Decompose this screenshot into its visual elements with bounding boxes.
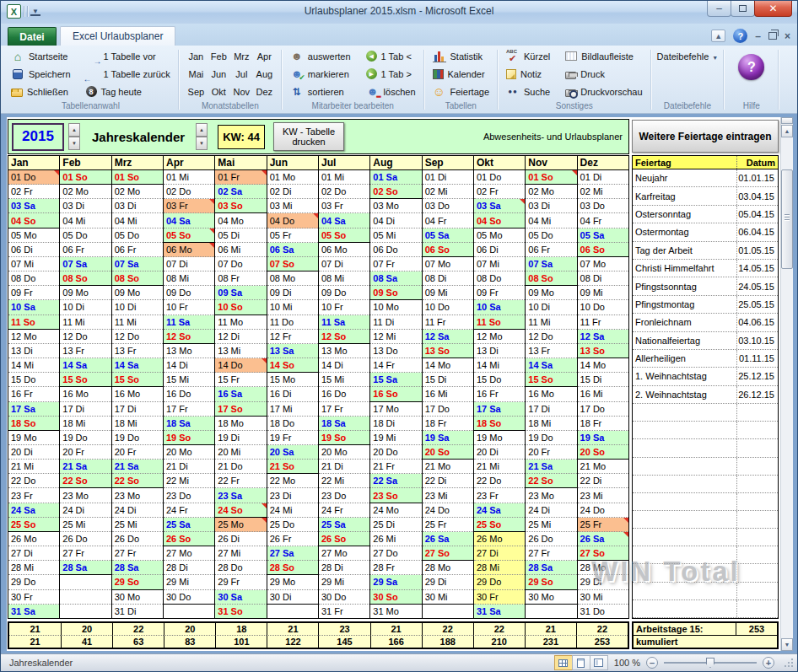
kw-spinner[interactable]: ▲▼ — [196, 123, 208, 150]
day-cell[interactable]: 13 So — [423, 344, 473, 358]
day-cell[interactable]: 20 Di — [8, 445, 59, 460]
day-cell[interactable]: 29 Di — [578, 575, 628, 589]
day-cell[interactable] — [267, 605, 318, 618]
ribbon-button-l-schen[interactable]: löschen — [364, 83, 418, 99]
day-cell[interactable]: 15 Fr — [215, 373, 266, 387]
day-cell[interactable]: 10 Di — [60, 300, 111, 314]
day-cell[interactable]: 11 Mi — [526, 315, 576, 330]
ribbon-button-statistik[interactable]: Statistik — [430, 48, 492, 64]
workdays-month-cell[interactable]: 21 — [9, 623, 61, 636]
day-cell[interactable]: 18 Mi — [112, 417, 163, 431]
day-cell[interactable]: 18 Mo — [215, 417, 266, 431]
day-cell[interactable]: 25 Do — [267, 518, 318, 532]
day-cell[interactable]: 07 Mi — [8, 257, 59, 271]
day-cell[interactable]: 22 Sa — [370, 474, 421, 488]
holiday-empty-row[interactable] — [633, 546, 778, 564]
day-cell[interactable]: 11 Fr — [578, 315, 628, 330]
day-cell[interactable]: 19 Sa — [423, 431, 473, 445]
ribbon-button-1-tabelle-zur-ck[interactable]: 1 Tabelle zurück — [84, 66, 173, 82]
day-cell[interactable]: 03 Do — [578, 199, 628, 213]
day-cell[interactable]: 24 Sa — [474, 503, 525, 518]
day-cell[interactable]: 10 Mi — [267, 300, 318, 314]
holiday-empty-row[interactable] — [633, 458, 778, 476]
day-cell[interactable]: 26 Mi — [370, 532, 421, 546]
day-cell[interactable]: 14 So — [267, 358, 318, 373]
day-cell[interactable]: 23 Do — [319, 488, 369, 503]
day-cell[interactable]: 25 Sa — [164, 518, 214, 532]
day-cell[interactable]: 01 Do — [8, 170, 59, 185]
month-header-cell[interactable]: Jun — [267, 156, 318, 170]
day-cell[interactable]: 27 Mo — [319, 546, 369, 561]
day-cell[interactable]: 28 Mo — [423, 561, 473, 575]
day-cell[interactable]: 28 Sa — [112, 561, 163, 575]
zoom-level[interactable]: 100 % — [614, 658, 640, 668]
help-icon[interactable]: ? — [733, 29, 747, 43]
day-cell[interactable]: 13 Fr — [112, 344, 163, 358]
spin-up-icon[interactable]: ▲ — [196, 123, 208, 137]
holiday-date-cell[interactable]: 26.12.15 — [736, 386, 778, 403]
day-cell[interactable]: 16 Do — [164, 387, 214, 401]
day-cell[interactable]: 07 Sa — [112, 257, 163, 271]
holiday-empty-row[interactable] — [633, 529, 778, 546]
day-cell[interactable]: 25 Di — [370, 518, 421, 532]
day-cell[interactable]: 30 Do — [319, 590, 369, 605]
workbook-restore-icon[interactable] — [768, 32, 777, 40]
month-button-mrz[interactable]: Mrz — [230, 49, 253, 64]
day-cell[interactable]: 08 Do — [474, 271, 525, 286]
day-cell[interactable]: 06 Fr — [526, 243, 576, 257]
day-cell[interactable]: 19 Mo — [474, 431, 525, 445]
workdays-month-cell[interactable]: 21 — [267, 623, 318, 636]
help-ball-icon[interactable]: ? — [738, 54, 764, 80]
day-cell[interactable] — [164, 605, 214, 618]
day-cell[interactable]: 25 Fr — [578, 518, 628, 532]
day-cell[interactable]: 15 Do — [474, 373, 525, 387]
day-cell[interactable]: 10 Do — [578, 300, 628, 314]
day-cell[interactable]: 16 Mi — [423, 387, 473, 401]
scroll-down-icon[interactable]: ▼ — [781, 638, 793, 651]
day-cell[interactable]: 08 Fr — [215, 271, 266, 286]
day-cell[interactable]: 27 Fr — [526, 546, 576, 561]
day-cell[interactable]: 02 Fr — [474, 185, 525, 199]
day-cell[interactable]: 03 Di — [112, 199, 163, 213]
add-holidays-button[interactable]: Weitere Feiertage eintragen — [632, 120, 779, 153]
day-cell[interactable]: 27 Sa — [267, 546, 318, 561]
day-cell[interactable]: 17 Sa — [474, 402, 525, 417]
day-cell[interactable]: 19 So — [319, 431, 369, 445]
close-button[interactable]: ✕ — [754, 1, 792, 17]
day-cell[interactable]: 05 Do — [112, 228, 163, 243]
month-header-cell[interactable]: Okt — [474, 156, 525, 170]
day-cell[interactable]: 16 Di — [267, 387, 318, 401]
ribbon-button-markieren[interactable]: markieren — [288, 66, 353, 82]
day-cell[interactable]: 07 Sa — [60, 257, 111, 271]
day-cell[interactable]: 20 Sa — [267, 445, 318, 460]
day-cell[interactable]: 07 Sa — [526, 257, 576, 271]
day-cell[interactable]: 21 Sa — [112, 460, 163, 474]
day-cell[interactable]: 12 So — [319, 330, 369, 344]
normal-view-button[interactable] — [554, 655, 573, 670]
month-button-dez[interactable]: Dez — [253, 84, 276, 99]
day-cell[interactable]: 06 Mo — [319, 243, 369, 257]
day-cell[interactable]: 17 Mo — [370, 402, 421, 417]
day-cell[interactable]: 21 Sa — [526, 460, 576, 474]
day-cell[interactable]: 10 So — [215, 300, 266, 314]
page-layout-view-button[interactable] — [572, 655, 590, 670]
day-cell[interactable]: 31 Di — [112, 605, 163, 618]
day-cell[interactable]: 31 Do — [578, 605, 628, 618]
day-cell[interactable]: 19 Do — [60, 431, 111, 445]
day-cell[interactable]: 02 Mi — [578, 185, 628, 199]
day-cell[interactable]: 03 Sa — [474, 199, 525, 213]
day-cell[interactable]: 05 Di — [215, 228, 266, 243]
ribbon-button-bildlaufleiste[interactable]: Bildlaufleiste — [563, 48, 644, 64]
day-cell[interactable]: 24 Sa — [8, 503, 59, 518]
day-cell[interactable]: 29 Sa — [370, 575, 421, 589]
ribbon-button-feiertage[interactable]: Feiertage — [430, 83, 492, 99]
day-cell[interactable]: 04 Fr — [423, 213, 473, 228]
day-cell[interactable]: 21 So — [267, 460, 318, 474]
day-cell[interactable]: 05 So — [319, 228, 369, 243]
day-cell[interactable]: 27 Fr — [112, 546, 163, 561]
day-cell[interactable]: 20 So — [423, 445, 473, 460]
day-cell[interactable]: 24 Do — [423, 503, 473, 518]
day-cell[interactable]: 09 Mi — [578, 286, 628, 300]
day-cell[interactable]: 14 Sa — [526, 358, 576, 373]
day-cell[interactable]: 28 Di — [164, 561, 214, 575]
